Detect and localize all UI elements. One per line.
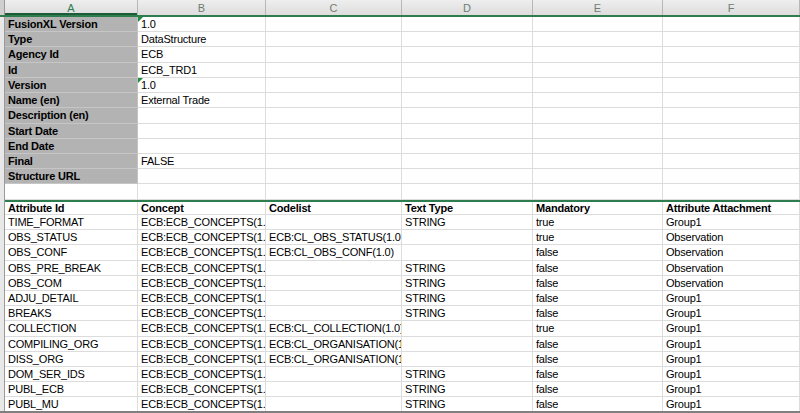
empty-cell[interactable] [533,93,663,108]
property-value-cell[interactable]: FALSE [138,154,266,169]
empty-cell[interactable] [266,78,402,93]
cell-text-type[interactable]: STRING [402,276,533,291]
cell-concept[interactable]: ECB:ECB_CONCEPTS(1.0).OBS_STATUS [138,230,266,245]
cell-attribute-id[interactable]: OBS_PRE_BREAK [5,261,138,276]
property-label-cell[interactable]: Name (en) [5,93,138,108]
empty-cell[interactable] [402,108,533,123]
property-value-cell[interactable] [138,124,266,139]
empty-cell[interactable] [663,184,800,199]
cell-text-type[interactable]: STRING [402,367,533,382]
cell-text-type[interactable]: STRING [402,306,533,321]
cell-concept[interactable]: ECB:ECB_CONCEPTS(1.0).DISS_ORG [138,352,266,367]
empty-cell[interactable] [533,63,663,78]
empty-cell[interactable] [5,184,138,199]
empty-cell[interactable] [663,78,800,93]
empty-cell[interactable] [266,139,402,154]
cell-codelist[interactable] [266,367,402,382]
cell-codelist[interactable]: ECB:CL_COLLECTION(1.0) [266,321,402,336]
cell-codelist[interactable]: ECB:CL_OBS_STATUS(1.0) [266,230,402,245]
column-header-C[interactable]: C [266,0,402,15]
property-value-cell[interactable]: 1.0 [138,78,266,93]
column-header-F[interactable]: F [663,0,800,15]
cell-codelist[interactable]: ECB:CL_ORGANISATION(1.0) [266,352,402,367]
cell-attribute-id[interactable]: TIME_FORMAT [5,215,138,230]
empty-cell[interactable] [533,47,663,62]
cell-mandatory[interactable]: false [533,382,663,397]
cell-codelist[interactable] [266,215,402,230]
cell-attribute-id[interactable]: OBS_COM [5,276,138,291]
empty-cell[interactable] [533,154,663,169]
property-value-cell[interactable] [138,139,266,154]
empty-cell[interactable] [266,47,402,62]
property-label-cell[interactable]: Start Date [5,124,138,139]
property-label-cell[interactable]: Final [5,154,138,169]
empty-cell[interactable] [533,78,663,93]
cell-codelist[interactable] [266,306,402,321]
empty-cell[interactable] [266,32,402,47]
column-header-B[interactable]: B [138,0,266,15]
cell-text-type[interactable]: STRING [402,291,533,306]
empty-cell[interactable] [533,32,663,47]
cell-text-type[interactable] [402,352,533,367]
cell-attribute-id[interactable]: BREAKS [5,306,138,321]
cell-concept[interactable]: ECB:ECB_CONCEPTS(1.0).OBS_CONF [138,245,266,260]
empty-cell[interactable] [533,124,663,139]
cell-concept[interactable]: ECB:ECB_CONCEPTS(1.0).PUBL_ECB [138,382,266,397]
cell-codelist[interactable]: ECB:CL_OBS_CONF(1.0) [266,245,402,260]
empty-cell[interactable] [663,124,800,139]
empty-cell[interactable] [533,108,663,123]
cell-mandatory[interactable]: false [533,291,663,306]
attr-header-cell[interactable]: Concept [138,202,266,215]
empty-cell[interactable] [402,47,533,62]
cell-attachment[interactable]: Observation [663,276,800,291]
empty-cell[interactable] [663,108,800,123]
property-label-cell[interactable]: Description (en) [5,108,138,123]
property-value-cell[interactable]: External Trade [138,93,266,108]
empty-cell[interactable] [402,93,533,108]
cell-codelist[interactable] [266,291,402,306]
property-label-cell[interactable]: Type [5,32,138,47]
empty-cell[interactable] [266,169,402,184]
cell-codelist[interactable] [266,261,402,276]
cell-text-type[interactable]: STRING [402,215,533,230]
empty-cell[interactable] [138,184,266,199]
empty-cell[interactable] [533,17,663,32]
cell-text-type[interactable] [402,321,533,336]
empty-cell[interactable] [663,139,800,154]
property-label-cell[interactable]: FusionXL Version [5,17,138,32]
empty-cell[interactable] [663,17,800,32]
property-value-cell[interactable] [138,108,266,123]
cell-mandatory[interactable]: true [533,230,663,245]
empty-cell[interactable] [402,124,533,139]
empty-cell[interactable] [533,169,663,184]
cell-mandatory[interactable]: false [533,306,663,321]
cell-concept[interactable]: ECB:ECB_CONCEPTS(1.0).OBS_COM [138,276,266,291]
cell-concept[interactable]: ECB:ECB_CONCEPTS(1.0).COMPILING_ORG [138,337,266,352]
cell-attachment[interactable]: Observation [663,245,800,260]
cell-text-type[interactable] [402,337,533,352]
cell-attribute-id[interactable]: COMPILING_ORG [5,337,138,352]
cell-mandatory[interactable]: false [533,245,663,260]
cell-mandatory[interactable]: true [533,215,663,230]
empty-cell[interactable] [663,169,800,184]
cell-concept[interactable]: ECB:ECB_CONCEPTS(1.0).ADJU_DETAIL [138,291,266,306]
empty-cell[interactable] [266,184,402,199]
cell-attribute-id[interactable]: PUBL_ECB [5,382,138,397]
attr-header-cell[interactable]: Text Type [402,202,533,215]
empty-cell[interactable] [663,154,800,169]
cell-text-type[interactable] [402,230,533,245]
empty-cell[interactable] [266,63,402,78]
property-label-cell[interactable]: Id [5,63,138,78]
cell-attachment[interactable]: Group1 [663,321,800,336]
property-value-cell[interactable]: ECB [138,47,266,62]
cell-attachment[interactable]: Group1 [663,337,800,352]
empty-cell[interactable] [533,139,663,154]
empty-cell[interactable] [266,93,402,108]
attr-header-cell[interactable]: Attribute Attachment [663,202,800,215]
property-value-cell[interactable]: 1.0 [138,17,266,32]
property-value-cell[interactable] [138,169,266,184]
cell-attachment[interactable]: Group1 [663,291,800,306]
empty-cell[interactable] [663,93,800,108]
cell-mandatory[interactable]: false [533,337,663,352]
property-label-cell[interactable]: Structure URL [5,169,138,184]
